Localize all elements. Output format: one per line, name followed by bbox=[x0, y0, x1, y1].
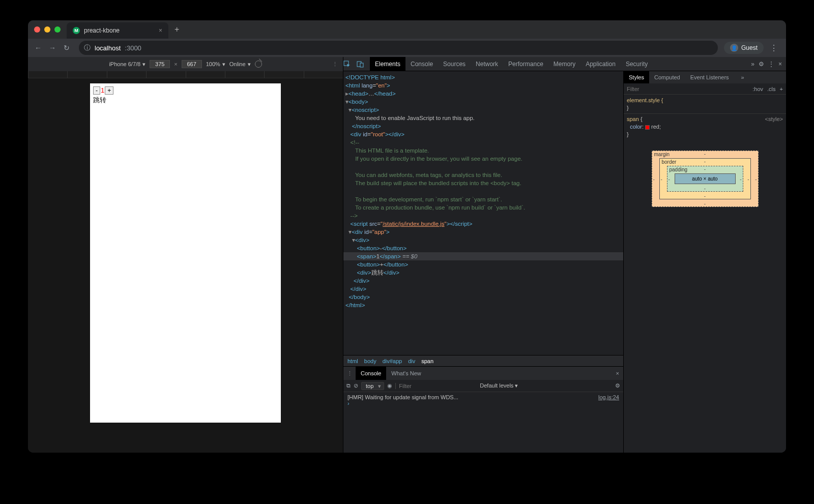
close-devtools-icon[interactable]: × bbox=[778, 61, 782, 68]
tab-performance[interactable]: Performance bbox=[503, 57, 548, 71]
device-select[interactable]: iPhone 6/7/8 ▾ bbox=[109, 61, 146, 68]
console-drawer: ⋮ Console What's New × ⧉ ⊘ top ◉ Default… bbox=[343, 366, 623, 453]
console-output[interactable]: [HMR] Waiting for update signal from WDS… bbox=[343, 392, 623, 453]
cls-toggle[interactable]: .cls bbox=[767, 86, 776, 92]
devtools-tabbar: Elements Console Sources Network Perform… bbox=[343, 57, 786, 71]
styles-filter-input[interactable] bbox=[624, 86, 749, 92]
console-sidebar-icon[interactable]: ⧉ bbox=[346, 382, 351, 389]
avatar-icon: 👤 bbox=[730, 44, 738, 52]
device-menu-button[interactable]: ⋮ bbox=[332, 61, 338, 68]
box-model-content: auto × auto bbox=[675, 173, 736, 184]
zoom-select[interactable]: 100% ▾ bbox=[206, 61, 225, 68]
crumb-app[interactable]: div#app bbox=[383, 358, 402, 364]
decrement-button[interactable]: - bbox=[93, 86, 100, 95]
dom-breadcrumb[interactable]: html body div#app div span bbox=[343, 355, 623, 366]
throttle-select[interactable]: Online ▾ bbox=[229, 61, 251, 68]
tab-network[interactable]: Network bbox=[471, 57, 503, 71]
crumb-body[interactable]: body bbox=[364, 358, 376, 364]
minimize-window-button[interactable] bbox=[44, 26, 50, 33]
browser-tab[interactable]: M preact-kbone × bbox=[67, 22, 168, 39]
device-height-input[interactable]: 667 bbox=[182, 60, 202, 68]
drawer-menu-icon[interactable]: ⋮ bbox=[343, 370, 356, 377]
crumb-span[interactable]: span bbox=[421, 358, 433, 364]
device-frame: -1+ 跳转 bbox=[90, 83, 281, 423]
site-info-icon[interactable]: ⓘ bbox=[84, 43, 91, 52]
log-levels-select[interactable]: Default levels ▾ bbox=[480, 382, 518, 389]
box-model[interactable]: margin ---- border ---- padding ---- aut… bbox=[652, 151, 759, 207]
url-host: localhost bbox=[95, 44, 121, 52]
device-preview-pane: iPhone 6/7/8 ▾ 375 × 667 100% ▾ Online ▾… bbox=[28, 57, 343, 453]
live-expression-icon[interactable]: ◉ bbox=[387, 382, 392, 389]
profile-button[interactable]: 👤 Guest bbox=[724, 42, 764, 54]
window-controls bbox=[34, 26, 61, 33]
crumb-html[interactable]: html bbox=[347, 358, 358, 364]
back-button[interactable]: ← bbox=[32, 42, 44, 54]
devtools-menu-icon[interactable]: ⋮ bbox=[768, 61, 774, 68]
tab-application[interactable]: Application bbox=[580, 57, 621, 71]
jump-link[interactable]: 跳转 bbox=[93, 96, 113, 105]
console-toolbar: ⧉ ⊘ top ◉ Default levels ▾ ⚙ bbox=[343, 380, 623, 392]
dom-tree[interactable]: <!DOCTYPE html> <html lang="en"> ▸<head>… bbox=[343, 71, 623, 355]
hov-toggle[interactable]: :hov bbox=[752, 86, 763, 92]
console-settings-icon[interactable]: ⚙ bbox=[615, 382, 620, 389]
styles-tab-listeners[interactable]: Event Listeners bbox=[685, 71, 734, 83]
tab-memory[interactable]: Memory bbox=[548, 57, 580, 71]
close-tab-icon[interactable]: × bbox=[159, 27, 162, 34]
console-prompt-icon: › bbox=[347, 400, 350, 406]
more-tabs-icon[interactable]: » bbox=[751, 61, 754, 68]
styles-tabbar: Styles Computed Event Listeners » bbox=[624, 71, 786, 83]
maximize-window-button[interactable] bbox=[54, 26, 61, 33]
drawer-tab-whatsnew[interactable]: What's New bbox=[386, 367, 426, 380]
context-select[interactable]: top bbox=[361, 382, 384, 390]
tab-security[interactable]: Security bbox=[621, 57, 653, 71]
toolbar: ← → ↻ ⓘ localhost:3000 👤 Guest ⋮ bbox=[28, 39, 786, 57]
tab-sources[interactable]: Sources bbox=[438, 57, 471, 71]
styles-panel: Styles Computed Event Listeners » :hov .… bbox=[623, 71, 786, 453]
styles-more-icon[interactable]: » bbox=[736, 71, 749, 83]
drawer-tab-console[interactable]: Console bbox=[356, 367, 386, 380]
console-message: [HMR] Waiting for update signal from WDS… bbox=[347, 394, 458, 400]
console-source-link[interactable]: log.js:24 bbox=[598, 394, 619, 400]
crumb-div[interactable]: div bbox=[408, 358, 415, 364]
elements-panel: <!DOCTYPE html> <html lang="en"> ▸<head>… bbox=[343, 71, 623, 453]
url-port: :3000 bbox=[125, 44, 141, 52]
console-filter-input[interactable] bbox=[395, 383, 477, 389]
address-bar[interactable]: ⓘ localhost:3000 bbox=[79, 41, 718, 55]
styles-tab-computed[interactable]: Computed bbox=[649, 71, 685, 83]
browser-window: M preact-kbone × + ← → ↻ ⓘ localhost:300… bbox=[28, 20, 786, 453]
close-drawer-icon[interactable]: × bbox=[612, 370, 623, 376]
drawer-tabbar: ⋮ Console What's New × bbox=[343, 367, 623, 380]
browser-menu-button[interactable]: ⋮ bbox=[766, 43, 782, 53]
device-width-input[interactable]: 375 bbox=[150, 60, 170, 68]
settings-icon[interactable]: ⚙ bbox=[759, 61, 764, 68]
tab-strip: M preact-kbone × + bbox=[28, 20, 786, 39]
rotate-icon[interactable] bbox=[255, 61, 262, 68]
tab-console[interactable]: Console bbox=[405, 57, 438, 71]
counter-value: 1 bbox=[101, 86, 104, 94]
inspect-icon[interactable] bbox=[343, 61, 357, 68]
dimension-separator: × bbox=[174, 61, 177, 67]
preview-stage: -1+ 跳转 bbox=[28, 78, 343, 453]
device-toolbar: iPhone 6/7/8 ▾ 375 × 667 100% ▾ Online ▾… bbox=[28, 57, 343, 71]
styles-filter-row: :hov .cls + bbox=[624, 83, 786, 95]
svg-rect-2 bbox=[360, 63, 363, 67]
increment-button[interactable]: + bbox=[105, 86, 113, 95]
profile-label: Guest bbox=[741, 44, 758, 51]
selected-dom-node[interactable]: <span>1</span> == $0 bbox=[343, 252, 623, 260]
device-mode-icon[interactable] bbox=[357, 61, 370, 68]
new-rule-button[interactable]: + bbox=[780, 86, 783, 92]
new-tab-button[interactable]: + bbox=[175, 25, 179, 34]
clear-console-icon[interactable]: ⊘ bbox=[354, 382, 358, 389]
tab-title: preact-kbone bbox=[84, 27, 120, 34]
css-rules[interactable]: element.style { } span {<style> color: r… bbox=[624, 95, 786, 140]
ruler-horizontal bbox=[28, 71, 343, 78]
reload-button[interactable]: ↻ bbox=[61, 42, 73, 54]
close-window-button[interactable] bbox=[34, 26, 40, 33]
devtools: Elements Console Sources Network Perform… bbox=[343, 57, 786, 453]
favicon-icon: M bbox=[73, 27, 80, 34]
tab-elements[interactable]: Elements bbox=[370, 57, 405, 71]
app-content: -1+ 跳转 bbox=[90, 83, 117, 423]
styles-tab-styles[interactable]: Styles bbox=[624, 71, 649, 83]
forward-button[interactable]: → bbox=[46, 42, 59, 54]
